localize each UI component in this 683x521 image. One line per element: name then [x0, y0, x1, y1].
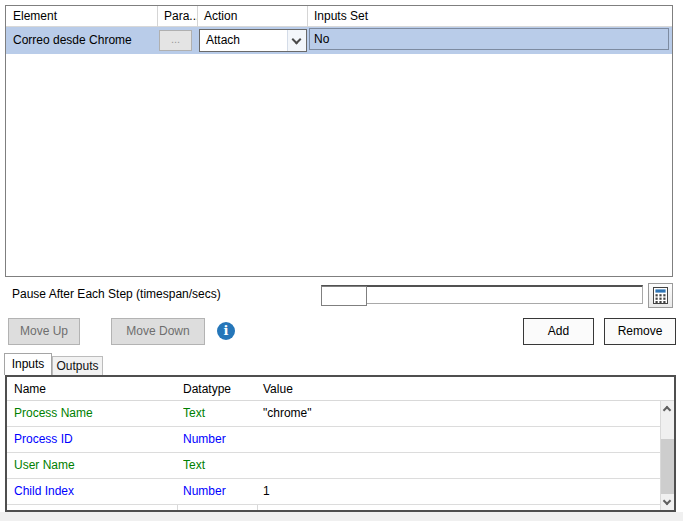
param-row-process-id: Process ID Number	[7, 427, 660, 453]
param-row-child-index: Child Index Number 1	[7, 479, 660, 505]
inputs-set-value: No	[314, 29, 329, 49]
param-row-user-name: User Name Text	[7, 453, 660, 479]
column-divider	[157, 6, 158, 27]
move-up-button[interactable]: Move Up	[8, 318, 80, 345]
pause-label: Pause After Each Step (timespan/secs)	[12, 287, 221, 302]
param-value[interactable]: 1	[263, 479, 653, 504]
param-name: Process Name	[14, 401, 174, 426]
info-icon-glyph: i	[224, 323, 229, 338]
move-up-label: Move Up	[20, 324, 68, 338]
column-header-value: Value	[263, 377, 653, 401]
pause-input[interactable]	[321, 285, 643, 304]
remove-button-label: Remove	[618, 324, 663, 338]
pause-input-edit-area[interactable]	[321, 286, 367, 306]
action-properties-panel: Element Para... Action Inputs Set Correo…	[0, 0, 683, 521]
param-value[interactable]	[263, 427, 653, 452]
column-header-name: Name	[14, 377, 174, 401]
inputs-set-cell[interactable]: No	[309, 28, 669, 50]
param-row-process-name: Process Name Text "chrome"	[7, 401, 660, 427]
step-element-name: Correo desde Chrome	[13, 27, 132, 54]
action-dropdown[interactable]: Attach	[199, 29, 307, 52]
column-divider	[197, 6, 198, 27]
column-header-inputs-set: Inputs Set	[307, 6, 667, 27]
move-down-label: Move Down	[126, 324, 189, 338]
scroll-up-button[interactable]	[661, 401, 674, 417]
info-icon[interactable]: i	[217, 322, 235, 340]
param-datatype: Text	[183, 401, 253, 426]
scroll-down-button[interactable]	[661, 494, 674, 510]
column-header-element: Element	[6, 6, 157, 27]
params-grid-header: Name Datatype Value	[7, 377, 674, 401]
param-datatype: Number	[183, 427, 253, 452]
params-ellipsis-button[interactable]: ...	[159, 30, 192, 51]
param-value[interactable]: "chrome"	[263, 401, 653, 426]
steps-table: Element Para... Action Inputs Set Correo…	[5, 5, 673, 277]
chevron-up-icon	[663, 406, 671, 414]
param-datatype: Number	[183, 479, 253, 504]
param-name: Process ID	[14, 427, 174, 452]
chevron-down-icon	[663, 497, 671, 505]
tab-inputs[interactable]: Inputs	[4, 353, 52, 375]
remove-button[interactable]: Remove	[604, 318, 676, 345]
panel-bottom-strip	[0, 512, 683, 521]
pause-input-field[interactable]	[322, 287, 642, 303]
param-name: Child Index	[14, 479, 174, 504]
move-down-button[interactable]: Move Down	[111, 318, 205, 345]
column-divider	[307, 6, 308, 27]
tab-outputs[interactable]: Outputs	[52, 356, 103, 375]
param-value[interactable]	[263, 453, 653, 478]
steps-table-header: Element Para... Action Inputs Set	[6, 6, 672, 27]
action-selected-value: Attach	[206, 30, 240, 51]
calculator-button[interactable]	[648, 283, 673, 308]
inputs-params-grid: Name Datatype Value Process Name Text "c…	[5, 375, 676, 512]
param-datatype: Text	[183, 453, 253, 478]
column-header-para: Para...	[157, 6, 197, 27]
scrollbar-thumb[interactable]	[661, 439, 674, 494]
action-dropdown-button[interactable]	[287, 30, 306, 51]
column-header-action: Action	[197, 6, 307, 27]
ellipsis-icon: ...	[171, 33, 180, 45]
add-button[interactable]: Add	[523, 318, 594, 345]
chevron-down-icon	[292, 35, 302, 45]
param-name: User Name	[14, 453, 174, 478]
step-row-selected[interactable]: Correo desde Chrome ... Attach No	[6, 27, 672, 54]
column-header-datatype: Datatype	[183, 377, 253, 401]
vertical-scrollbar[interactable]	[660, 401, 674, 510]
add-button-label: Add	[548, 324, 569, 338]
